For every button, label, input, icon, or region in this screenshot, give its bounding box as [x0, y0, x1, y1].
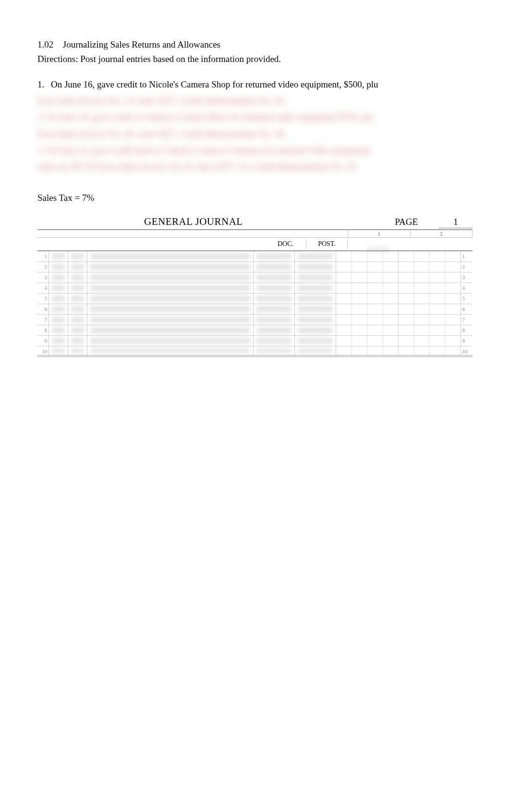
cell-date-day[interactable]: [68, 262, 87, 272]
cell-doc[interactable]: [254, 336, 295, 346]
cell-date-day[interactable]: [68, 272, 87, 283]
section-title: Journalizing Sales Returns and Allowance…: [63, 39, 220, 49]
cell-account-title[interactable]: [87, 294, 254, 304]
row-num-left: 2: [37, 262, 49, 272]
cell-date-month[interactable]: [49, 336, 68, 346]
blurred-line: 3. On June 22, gave credit back to Chuck…: [37, 143, 473, 158]
cell-doc[interactable]: [254, 325, 295, 335]
row-num-right: 4: [461, 283, 473, 293]
row-num-left: 10: [37, 346, 49, 355]
cell-date-month[interactable]: [49, 325, 68, 335]
cell-post-ref[interactable]: [295, 304, 336, 314]
cell-credit[interactable]: [399, 294, 461, 304]
cell-doc[interactable]: [254, 251, 295, 261]
col-post: POST.: [306, 240, 348, 249]
cell-credit[interactable]: [399, 283, 461, 293]
cell-date-month[interactable]: [49, 294, 68, 304]
cell-debit[interactable]: [336, 325, 399, 335]
cell-debit[interactable]: [336, 304, 399, 314]
cell-credit[interactable]: [399, 262, 461, 272]
cell-credit[interactable]: [399, 315, 461, 325]
journal-row: 33: [37, 272, 473, 283]
row-num-left: 8: [37, 325, 49, 335]
journal-title-row: GENERAL JOURNAL PAGE 1: [37, 215, 473, 231]
cell-debit[interactable]: [336, 272, 399, 283]
cell-doc[interactable]: [254, 272, 295, 283]
cell-doc[interactable]: [254, 315, 295, 325]
cell-account-title[interactable]: [87, 272, 254, 283]
journal-body: 1122334455667788991010: [37, 251, 473, 357]
cell-account-title[interactable]: [87, 251, 254, 261]
cell-date-month[interactable]: [49, 262, 68, 272]
journal-column-headers: DOC. POST. GENERAL: [37, 238, 473, 251]
cell-account-title[interactable]: [87, 315, 254, 325]
journal-row: 1010: [37, 346, 473, 357]
cell-credit[interactable]: [399, 304, 461, 314]
cell-date-day[interactable]: [68, 315, 87, 325]
blurred-line: sales tax $57.50 from Sales Invoice No.1…: [37, 160, 473, 174]
row-num-left: 1: [37, 251, 49, 261]
row-num-right: 5: [461, 294, 473, 304]
cell-debit[interactable]: [336, 251, 399, 261]
cell-post-ref[interactable]: [295, 336, 336, 346]
cell-credit[interactable]: [399, 251, 461, 261]
cell-account-title[interactable]: [87, 346, 254, 355]
cell-doc[interactable]: [254, 304, 295, 314]
cell-date-day[interactable]: [68, 294, 87, 304]
cell-date-day[interactable]: [68, 283, 87, 293]
journal-row: 22: [37, 262, 473, 272]
cell-date-month[interactable]: [49, 251, 68, 261]
cell-date-day[interactable]: [68, 336, 87, 346]
cell-post-ref[interactable]: [295, 283, 336, 293]
cell-post-ref[interactable]: [295, 251, 336, 261]
cell-account-title[interactable]: [87, 283, 254, 293]
cell-account-title[interactable]: [87, 262, 254, 272]
cell-date-day[interactable]: [68, 325, 87, 335]
cell-date-month[interactable]: [49, 304, 68, 314]
blurred-line: from Sales Invoice No. 46. Sam S357. Cre…: [37, 127, 473, 141]
row-num-left: 7: [37, 315, 49, 325]
row-num-right: 2: [461, 262, 473, 272]
cell-date-day[interactable]: [68, 304, 87, 314]
cell-date-month[interactable]: [49, 283, 68, 293]
row-num-left: 4: [37, 283, 49, 293]
cell-debit[interactable]: [336, 315, 399, 325]
directions-text: Directions: Post journal entries based o…: [37, 53, 473, 65]
cell-post-ref[interactable]: [295, 315, 336, 325]
col-doc: DOC.: [265, 240, 306, 249]
row-num-left: 9: [37, 336, 49, 346]
cell-account-title[interactable]: [87, 304, 254, 314]
cell-doc[interactable]: [254, 283, 295, 293]
cell-post-ref[interactable]: [295, 346, 336, 355]
cell-credit[interactable]: [399, 346, 461, 355]
cell-debit[interactable]: [336, 283, 399, 293]
cell-account-title[interactable]: [87, 336, 254, 346]
cell-account-title[interactable]: [87, 325, 254, 335]
row-num-right: 6: [461, 304, 473, 314]
row-num-left: 6: [37, 304, 49, 314]
cell-doc[interactable]: [254, 294, 295, 304]
cell-post-ref[interactable]: [295, 325, 336, 335]
cell-credit[interactable]: [399, 272, 461, 283]
cell-date-month[interactable]: [49, 272, 68, 283]
cell-date-month[interactable]: [49, 315, 68, 325]
cell-post-ref[interactable]: [295, 272, 336, 283]
cell-date-day[interactable]: [68, 346, 87, 355]
cell-debit[interactable]: [336, 336, 399, 346]
cell-credit[interactable]: [399, 325, 461, 335]
money-col-num-2: 2: [410, 230, 473, 237]
row-num-right: 3: [461, 272, 473, 283]
cell-debit[interactable]: [336, 262, 399, 272]
cell-debit[interactable]: [336, 346, 399, 355]
cell-doc[interactable]: [254, 346, 295, 355]
money-column-numbers: 1 2: [37, 230, 473, 238]
general-journal: GENERAL JOURNAL PAGE 1 1 2 DOC. POST. GE…: [37, 215, 473, 357]
cell-debit[interactable]: [336, 294, 399, 304]
cell-post-ref[interactable]: [295, 294, 336, 304]
cell-credit[interactable]: [399, 336, 461, 346]
cell-post-ref[interactable]: [295, 262, 336, 272]
cell-doc[interactable]: [254, 262, 295, 272]
cell-date-day[interactable]: [68, 251, 87, 261]
cell-date-month[interactable]: [49, 346, 68, 355]
section-number: 1.02: [37, 38, 61, 51]
